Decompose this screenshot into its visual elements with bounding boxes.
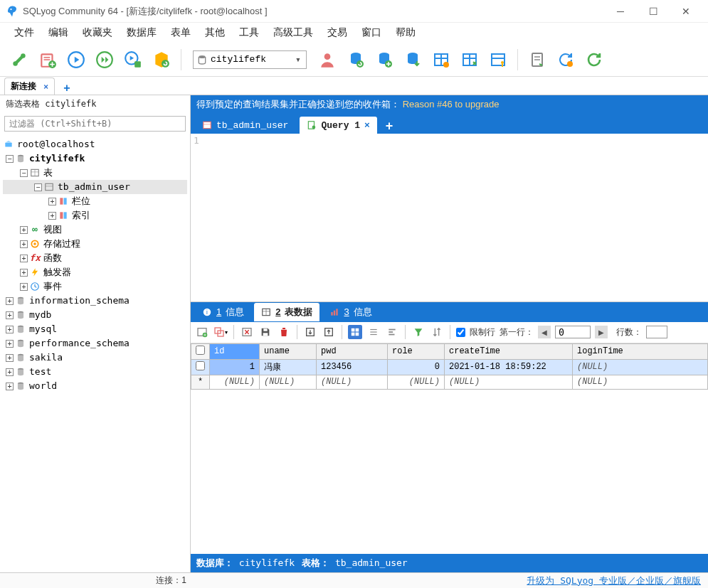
export-icon[interactable] <box>303 325 317 339</box>
rowcount-input[interactable] <box>646 326 667 338</box>
tree-views[interactable]: +∞视图 <box>3 223 187 237</box>
menu-window[interactable]: 窗口 <box>356 25 387 41</box>
editor-tab-table[interactable]: tb_admin_user <box>195 117 295 134</box>
tree-root-conn[interactable]: root@localhost <box>3 137 187 151</box>
menu-table[interactable]: 表单 <box>165 25 196 41</box>
maximize-button[interactable]: ☐ <box>637 1 670 22</box>
object-tree[interactable]: root@localhost −citylifefk −表 −tb_admin_… <box>0 134 190 572</box>
editor-tab-query[interactable]: Query 1 × <box>300 117 376 134</box>
tree-funcs[interactable]: +fx函数 <box>3 251 187 265</box>
tree-db-citylifefk[interactable]: −citylifefk <box>3 151 187 166</box>
grid-corner-checkbox[interactable] <box>191 343 210 359</box>
limit-checkbox[interactable] <box>456 328 465 337</box>
db-sync-icon[interactable] <box>344 48 368 72</box>
cell-uname[interactable]: (NULL) <box>260 375 317 389</box>
tree-db-5[interactable]: +test <box>3 365 187 379</box>
sql-editor[interactable]: 1 <box>191 134 708 302</box>
run-all-icon[interactable] <box>93 48 117 72</box>
filter-input[interactable] <box>4 116 186 132</box>
prev-page-button[interactable]: ◀ <box>538 326 551 338</box>
filter-icon[interactable] <box>411 325 426 339</box>
close-icon[interactable]: × <box>364 120 370 131</box>
sort-icon[interactable] <box>430 325 444 339</box>
close-button[interactable]: ✕ <box>670 1 702 22</box>
tree-db-4[interactable]: +sakila <box>3 351 187 365</box>
col-role[interactable]: role <box>388 343 445 359</box>
refresh3-icon[interactable] <box>582 48 606 72</box>
save-icon[interactable] <box>258 325 273 339</box>
close-icon[interactable]: × <box>43 82 48 92</box>
result-tab-info2[interactable]: 3 信息 <box>322 303 379 321</box>
cell-id[interactable]: (NULL) <box>210 375 260 389</box>
col-uname[interactable]: uname <box>260 343 317 359</box>
add-editor-tab-button[interactable]: + <box>381 119 398 134</box>
db-selector[interactable]: citylifefk ▾ <box>193 50 307 69</box>
run-selection-icon[interactable] <box>121 48 145 72</box>
tree-table-tbadminuser[interactable]: −tb_admin_user <box>3 180 187 194</box>
tree-db-6[interactable]: +world <box>3 379 187 393</box>
row-checkbox[interactable] <box>191 359 210 375</box>
form-view-icon[interactable] <box>366 325 381 339</box>
tree-db-1[interactable]: +mydb <box>3 308 187 322</box>
tree-db-0[interactable]: +information_schema <box>3 294 187 308</box>
menu-db[interactable]: 数据库 <box>121 25 162 41</box>
grid-view-icon[interactable] <box>348 325 362 339</box>
menu-trans[interactable]: 交易 <box>322 25 353 41</box>
cell-createtime[interactable]: 2021-01-18 18:59:22 <box>445 359 573 375</box>
tree-indexes[interactable]: +索引 <box>3 208 187 223</box>
add-connection-button[interactable]: + <box>58 82 75 95</box>
grid-row-new[interactable]: * (NULL) (NULL) (NULL) (NULL) (NULL) (NU… <box>191 375 708 389</box>
dup-row-icon[interactable]: ▾ <box>213 325 228 339</box>
tree-tables[interactable]: −表 <box>3 166 187 180</box>
upgrade-banner[interactable]: 得到预定的查询结果集并正确投递到您的收件箱： Reason #46 to upg… <box>191 95 708 114</box>
menu-fav[interactable]: 收藏夹 <box>77 25 118 41</box>
db-down-icon[interactable] <box>401 48 425 72</box>
import-icon[interactable] <box>322 325 336 339</box>
menu-tools[interactable]: 工具 <box>233 25 265 41</box>
cell-logintime[interactable]: (NULL) <box>573 375 708 389</box>
user-icon[interactable] <box>315 48 339 72</box>
connect-icon[interactable] <box>7 48 31 72</box>
cell-logintime[interactable]: (NULL) <box>573 359 708 375</box>
col-createtime[interactable]: createTime <box>445 343 573 359</box>
cell-createtime[interactable]: (NULL) <box>445 375 573 389</box>
text-view-icon[interactable] <box>385 325 399 339</box>
db-add-icon[interactable] <box>372 48 396 72</box>
menu-other[interactable]: 其他 <box>199 25 231 41</box>
grid-row-1[interactable]: 1 冯康 123456 0 2021-01-18 18:59:22 (NULL) <box>191 359 708 375</box>
result-tab-data[interactable]: 2 表数据 <box>254 303 319 321</box>
menu-file[interactable]: 文件 <box>9 25 40 41</box>
refresh2-icon[interactable] <box>554 48 578 72</box>
col-id[interactable]: id <box>210 343 260 359</box>
data-grid[interactable]: id uname pwd role createTime loginTime 1… <box>191 343 708 390</box>
table-tool1-icon[interactable] <box>429 48 453 72</box>
refresh-icon[interactable] <box>149 48 174 72</box>
connection-tab[interactable]: 新连接 × <box>4 77 55 95</box>
tree-triggers[interactable]: +触发器 <box>3 265 187 279</box>
minimize-button[interactable]: ─ <box>604 1 637 22</box>
run-icon[interactable] <box>64 48 88 72</box>
cell-id[interactable]: 1 <box>210 359 260 375</box>
script-icon[interactable] <box>525 48 549 72</box>
new-query-icon[interactable] <box>36 48 60 72</box>
tree-columns[interactable]: +栏位 <box>3 194 187 208</box>
tree-events[interactable]: +事件 <box>3 279 187 294</box>
result-tab-info1[interactable]: i 1 信息 <box>195 303 251 321</box>
insert-row-icon[interactable] <box>195 325 209 339</box>
tree-db-2[interactable]: +mysql <box>3 322 187 336</box>
cancel-icon[interactable] <box>240 325 254 339</box>
col-pwd[interactable]: pwd <box>317 343 388 359</box>
tree-procs[interactable]: +存储过程 <box>3 237 187 251</box>
cell-pwd[interactable]: (NULL) <box>317 375 388 389</box>
tree-db-3[interactable]: +performance_schema <box>3 336 187 351</box>
cell-uname[interactable]: 冯康 <box>260 359 317 375</box>
cell-role[interactable]: (NULL) <box>388 375 445 389</box>
cell-pwd[interactable]: 123456 <box>317 359 388 375</box>
col-logintime[interactable]: loginTime <box>573 343 708 359</box>
table-tool2-icon[interactable] <box>458 48 482 72</box>
cell-role[interactable]: 0 <box>388 359 445 375</box>
firstrow-input[interactable] <box>555 326 591 338</box>
menu-advtools[interactable]: 高级工具 <box>268 25 319 41</box>
table-key-icon[interactable] <box>486 48 510 72</box>
next-page-button[interactable]: ▶ <box>595 326 608 338</box>
